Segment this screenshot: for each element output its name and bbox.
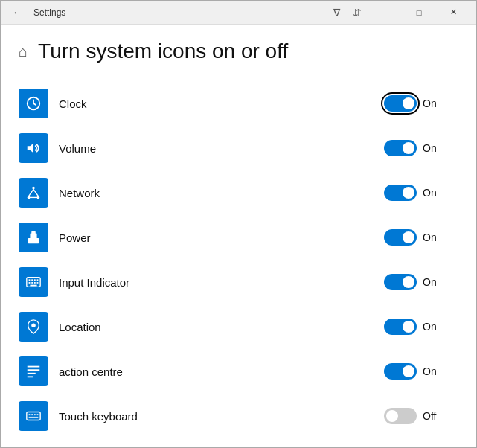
svg-rect-22: [30, 285, 36, 287]
network-toggle-container: On: [384, 185, 458, 201]
network-icon: [19, 178, 48, 208]
svg-rect-33: [29, 417, 39, 418]
location-toggle-label: On: [423, 321, 441, 333]
svg-rect-26: [28, 373, 36, 374]
action-centre-toggle[interactable]: [384, 363, 417, 380]
network-toggle-thumb: [403, 187, 414, 199]
svg-rect-15: [31, 279, 33, 281]
input-indicator-toggle[interactable]: [384, 274, 417, 290]
clock-toggle-label: On: [423, 97, 441, 109]
volume-label: Volume: [59, 142, 384, 155]
title-bar-title: Settings: [33, 7, 65, 18]
touch-keyboard-toggle-label: Off: [423, 410, 441, 422]
location-icon: [19, 312, 48, 342]
setting-row-network: Network On: [19, 170, 458, 215]
page-header: ⌂ Turn system icons on or off: [19, 39, 458, 63]
network-toggle-label: On: [423, 187, 441, 199]
svg-point-23: [31, 323, 36, 327]
setting-row-clock: Clock On: [19, 81, 458, 126]
touch-keyboard-toggle-container: Off: [384, 408, 458, 424]
setting-row-input-indicator: Input Indicator On: [19, 260, 458, 304]
svg-line-2: [33, 103, 36, 105]
location-toggle-container: On: [384, 319, 458, 335]
split-icon-button[interactable]: ⇵: [347, 2, 368, 23]
clock-toggle-container: On: [384, 95, 458, 112]
clock-toggle[interactable]: [384, 95, 417, 112]
touch-keyboard-toggle-thumb: [386, 410, 398, 422]
touch-keyboard-label: Touch keyboard: [59, 410, 384, 423]
svg-rect-21: [37, 282, 39, 284]
volume-toggle-thumb: [403, 142, 414, 154]
network-toggle[interactable]: [384, 185, 417, 201]
title-bar-controls: ∇ ⇵ ─ □ ✕: [326, 1, 470, 25]
power-toggle-label: On: [423, 231, 441, 243]
touch-keyboard-icon: [19, 401, 48, 431]
touch-keyboard-toggle[interactable]: [384, 408, 417, 424]
location-label: Location: [59, 321, 384, 333]
power-label: Power: [59, 231, 384, 244]
svg-rect-29: [29, 414, 31, 415]
action-centre-label: action centre: [59, 365, 384, 378]
title-bar: ← Settings ∇ ⇵ ─ □ ✕: [1, 1, 476, 25]
svg-marker-3: [28, 144, 33, 153]
action-centre-icon: [19, 356, 48, 386]
clock-toggle-thumb: [403, 97, 414, 109]
title-bar-left: ← Settings: [7, 2, 65, 23]
power-toggle-container: On: [384, 229, 458, 246]
svg-rect-16: [34, 279, 36, 281]
svg-point-4: [32, 187, 35, 190]
settings-list: Clock On Volume On Network On: [19, 81, 458, 438]
setting-row-action-centre: action centre On: [19, 349, 458, 394]
svg-rect-18: [29, 282, 31, 284]
input-indicator-toggle-container: On: [384, 274, 458, 290]
minimize-button[interactable]: ─: [368, 1, 402, 25]
svg-rect-30: [31, 414, 33, 415]
close-button[interactable]: ✕: [436, 1, 470, 25]
svg-rect-12: [31, 231, 36, 235]
location-toggle[interactable]: [384, 319, 417, 335]
clock-icon: [19, 89, 48, 118]
input-indicator-icon: [19, 267, 48, 297]
volume-toggle[interactable]: [384, 140, 417, 156]
svg-rect-17: [37, 279, 39, 281]
back-button[interactable]: ←: [7, 2, 28, 23]
svg-rect-14: [29, 279, 31, 281]
svg-rect-20: [34, 282, 36, 284]
maximize-button[interactable]: □: [402, 1, 436, 25]
setting-row-volume: Volume On: [19, 126, 458, 170]
svg-rect-25: [28, 369, 40, 371]
network-label: Network: [59, 187, 384, 199]
clock-label: Clock: [59, 97, 384, 110]
settings-page: ⌂ Turn system icons on or off Clock On V…: [1, 25, 476, 448]
action-centre-toggle-container: On: [384, 363, 458, 380]
power-icon: [19, 223, 48, 252]
svg-line-8: [33, 189, 38, 196]
svg-rect-10: [28, 238, 39, 243]
volume-toggle-container: On: [384, 140, 458, 156]
svg-rect-27: [28, 376, 33, 377]
volume-icon: [19, 133, 48, 163]
filter-icon-button[interactable]: ∇: [326, 2, 347, 23]
action-centre-toggle-thumb: [403, 365, 414, 377]
home-icon: ⌂: [19, 43, 28, 60]
setting-row-touch-keyboard: Touch keyboard Off: [19, 394, 458, 438]
power-toggle-thumb: [403, 231, 414, 243]
svg-rect-32: [37, 414, 39, 415]
svg-line-7: [29, 189, 33, 196]
input-indicator-label: Input Indicator: [59, 276, 384, 289]
svg-rect-19: [31, 282, 33, 284]
svg-rect-31: [34, 414, 36, 415]
title-icon-group: ←: [7, 2, 28, 23]
action-centre-toggle-label: On: [423, 365, 441, 377]
svg-rect-24: [28, 366, 40, 368]
input-indicator-toggle-label: On: [423, 276, 441, 288]
page-title: Turn system icons on or off: [38, 39, 288, 63]
power-toggle[interactable]: [384, 229, 417, 246]
setting-row-power: Power On: [19, 215, 458, 260]
svg-rect-28: [27, 412, 40, 420]
volume-toggle-label: On: [423, 142, 441, 154]
location-toggle-thumb: [403, 321, 414, 333]
setting-row-location: Location On: [19, 304, 458, 349]
input-indicator-toggle-thumb: [403, 276, 414, 288]
